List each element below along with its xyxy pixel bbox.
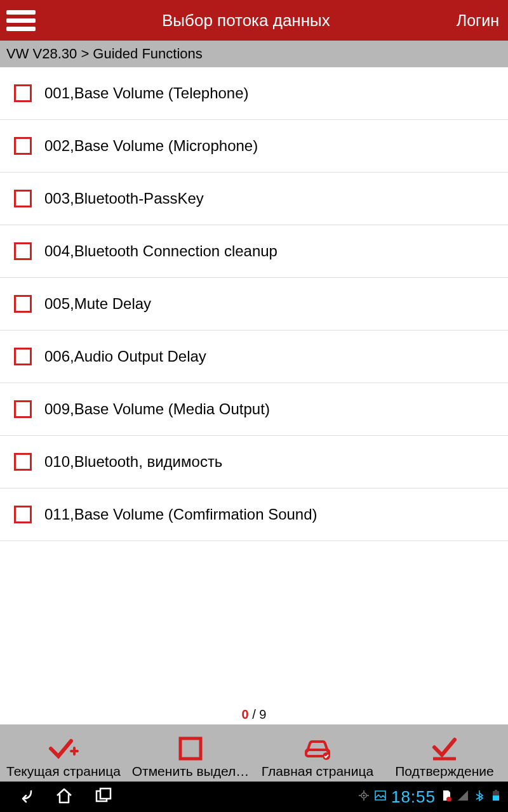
bluetooth-icon — [474, 790, 485, 804]
list-item[interactable]: 009,Base Volume (Media Output) — [0, 383, 508, 436]
home-nav-icon[interactable] — [55, 786, 74, 808]
login-button[interactable]: Логин — [457, 11, 502, 30]
home-button[interactable]: Главная страница — [254, 724, 381, 782]
car-icon — [302, 736, 333, 761]
picture-icon — [375, 790, 386, 804]
svg-rect-8 — [375, 791, 385, 800]
check-underline-icon — [429, 736, 460, 761]
checkbox[interactable] — [14, 400, 32, 418]
tool-label: Текущая страница — [5, 764, 122, 779]
tool-label: Подтверждение — [394, 764, 495, 779]
checkbox[interactable] — [14, 190, 32, 207]
breadcrumb: VW V28.30 > Guided Functions — [0, 41, 508, 67]
deselect-button[interactable]: Отменить выдел… — [127, 724, 254, 782]
square-icon — [175, 736, 206, 761]
checkbox[interactable] — [14, 84, 32, 102]
svg-rect-12 — [495, 790, 497, 791]
checkbox[interactable] — [14, 453, 32, 471]
svg-rect-5 — [100, 789, 110, 799]
sdcard-icon — [441, 790, 452, 804]
list-item[interactable]: 006,Audio Output Delay — [0, 331, 508, 383]
app-header: Выбор потока данных Логин — [0, 0, 508, 41]
item-label: 009,Base Volume (Media Output) — [44, 400, 270, 418]
clock: 18:55 — [391, 787, 436, 807]
item-label: 006,Audio Output Delay — [44, 348, 206, 365]
checkbox[interactable] — [14, 295, 32, 313]
checkbox[interactable] — [14, 506, 32, 523]
list-item[interactable]: 004,Bluetooth Connection cleanup — [0, 225, 508, 278]
data-stream-list: 001,Base Volume (Telephone)002,Base Volu… — [0, 67, 508, 702]
checkbox[interactable] — [14, 137, 32, 155]
tool-label: Отменить выдел… — [131, 764, 251, 779]
battery-icon — [490, 790, 502, 804]
pager-sep: / — [249, 707, 260, 721]
confirm-button[interactable]: Подтверждение — [381, 724, 508, 782]
android-navbar: 18:55 — [0, 782, 508, 812]
back-icon[interactable] — [15, 786, 34, 808]
item-label: 003,Bluetooth-PassKey — [44, 190, 204, 207]
list-item[interactable]: 010,Bluetooth, видимость — [0, 436, 508, 488]
svg-rect-11 — [493, 796, 499, 801]
current-page-button[interactable]: Текущая страница — [0, 724, 127, 782]
list-item[interactable]: 001,Base Volume (Telephone) — [0, 67, 508, 120]
svg-point-7 — [363, 795, 364, 797]
pager-current: 0 — [242, 707, 249, 721]
tool-label: Главная страница — [260, 764, 375, 779]
list-item[interactable]: 011,Base Volume (Comfirmation Sound) — [0, 488, 508, 541]
list-item[interactable]: 005,Mute Delay — [0, 278, 508, 331]
check-plus-icon — [48, 736, 79, 761]
page-title: Выбор потока данных — [36, 11, 457, 30]
pager-total: 9 — [259, 707, 266, 721]
item-label: 004,Bluetooth Connection cleanup — [44, 242, 277, 260]
list-item[interactable]: 003,Bluetooth-PassKey — [0, 173, 508, 225]
signal-icon — [457, 790, 469, 804]
item-label: 010,Bluetooth, видимость — [44, 453, 222, 471]
menu-icon[interactable] — [6, 6, 36, 35]
item-label: 011,Base Volume (Comfirmation Sound) — [44, 506, 318, 523]
svg-rect-0 — [180, 738, 201, 759]
checkbox[interactable] — [14, 348, 32, 365]
recents-icon[interactable] — [94, 786, 113, 808]
list-item[interactable]: 002,Base Volume (Microphone) — [0, 120, 508, 173]
checkbox[interactable] — [14, 242, 32, 260]
bottom-toolbar: Текущая страница Отменить выдел… Главная… — [0, 724, 508, 782]
item-label: 005,Mute Delay — [44, 295, 151, 313]
item-label: 001,Base Volume (Telephone) — [44, 84, 249, 102]
location-icon — [358, 790, 370, 804]
pager: 0 / 9 — [0, 702, 508, 724]
item-label: 002,Base Volume (Microphone) — [44, 137, 258, 155]
